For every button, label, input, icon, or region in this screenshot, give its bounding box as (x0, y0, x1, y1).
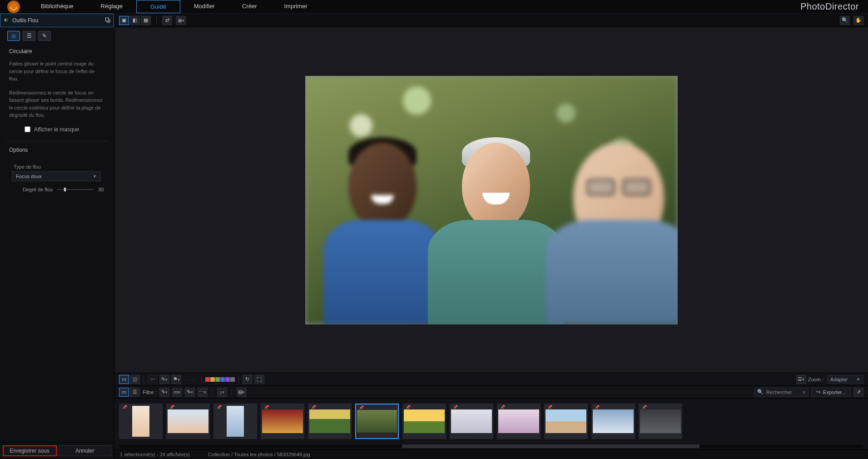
h-scrollbar[interactable] (119, 444, 863, 448)
degree-slider[interactable] (57, 189, 94, 190)
divider (5, 141, 109, 141)
pin-icon: 📌 (595, 405, 600, 409)
pin-icon: 📌 (122, 405, 127, 409)
linear-blur-icon[interactable]: ☰ (23, 31, 35, 41)
view-single-icon[interactable]: ▣ (119, 16, 129, 25)
panel-title: Outils Flou (12, 17, 102, 24)
section-heading: Circulaire (0, 45, 114, 58)
thumbnail[interactable]: 📌 (497, 404, 541, 439)
description-text-2: Redimensionnez le cercle de focus en fai… (0, 87, 114, 124)
single-view-icon[interactable]: ▭ (119, 375, 129, 384)
rotate-icon[interactable]: ↻ (243, 375, 253, 384)
blur-type-select[interactable]: Focus doux ▼ (12, 171, 101, 181)
thumb-image (227, 406, 244, 437)
circular-blur-icon[interactable]: ◎ (7, 31, 20, 41)
thumbnail[interactable]: 📌 (639, 404, 682, 439)
blur-type-value: Focus doux (16, 174, 42, 179)
flag-icon[interactable]: ⚑▾ (171, 375, 181, 384)
color-label[interactable] (210, 377, 215, 382)
thumbnail[interactable]: 📌 (450, 404, 493, 439)
search-placeholder: Rechercher (766, 389, 792, 395)
tab-réglage[interactable]: Réglage (87, 0, 136, 13)
crop-icon[interactable]: ⛶ (254, 375, 264, 384)
rating-dots[interactable]: ····· (183, 376, 198, 383)
close-icon[interactable]: × (802, 389, 805, 395)
list-icon[interactable]: ☰▾ (796, 375, 806, 384)
degree-value: 30 (98, 187, 104, 192)
hand-tool-icon[interactable]: ✋ (853, 16, 863, 25)
options-heading: Options (0, 143, 114, 157)
list-view-icon[interactable]: ☰ (130, 388, 140, 397)
pin-icon: 📌 (547, 405, 552, 409)
eyedropper-icon[interactable]: ✎▾ (159, 375, 169, 384)
color-label[interactable] (215, 377, 220, 382)
tab-créer[interactable]: Créer (228, 0, 271, 13)
export-icon: ↪ (816, 389, 820, 395)
filter-more-icon[interactable]: ⋯▾ (198, 388, 208, 397)
canvas[interactable] (114, 27, 868, 373)
color-label[interactable] (230, 377, 235, 382)
zoom-label: Zoom : (808, 377, 823, 382)
thumb-image (262, 409, 303, 433)
zoom-select[interactable]: Adapter▼ (827, 375, 863, 384)
tab-imprimer[interactable]: Imprimer (270, 0, 321, 13)
sort-icon[interactable]: ↕▾ (217, 388, 227, 397)
thumbnail[interactable]: 📌 (261, 404, 304, 439)
blur-type-label: Type de flou (14, 164, 105, 170)
thumb-image (168, 409, 208, 433)
cancel-button[interactable]: Annuler (59, 445, 112, 456)
thumbnail[interactable]: 📌 (166, 404, 210, 439)
share-icon[interactable]: ⇗ (853, 388, 863, 397)
app-title: PhotoDirector (800, 1, 859, 12)
thumb-view-icon[interactable]: ▭ (119, 388, 129, 397)
back-icon[interactable] (3, 17, 10, 25)
search-input[interactable]: 🔍 Rechercher × (754, 388, 808, 397)
pin-icon: 📌 (359, 405, 364, 410)
tab-guidé[interactable]: Guidé (136, 0, 180, 13)
thumbnail[interactable]: 📌 (402, 404, 446, 439)
status-path: Collection / Toutes les photos / 5833296… (208, 452, 310, 457)
split-view-icon[interactable]: ◫ (130, 375, 140, 384)
search-icon: 🔍 (757, 389, 764, 395)
brush-blur-icon[interactable]: ✎ (38, 31, 51, 41)
popout-icon[interactable] (104, 17, 111, 25)
thumbnail[interactable]: 📌 (591, 404, 635, 439)
tab-modifier[interactable]: Modifier (180, 0, 228, 13)
color-labels[interactable] (205, 377, 235, 382)
thumbnail[interactable]: 📌 (213, 404, 257, 439)
pin-icon: 📌 (169, 405, 174, 409)
zoom-value: Adapter (830, 377, 848, 382)
color-label[interactable] (220, 377, 225, 382)
thumbnail[interactable]: 📌 (544, 404, 588, 439)
color-label[interactable] (225, 377, 230, 382)
pin-icon: 📌 (311, 405, 316, 409)
show-mask-checkbox[interactable]: Afficher le masque (0, 124, 114, 139)
monitor-icon[interactable]: 🖥▾ (176, 16, 186, 25)
filter-pen-icon[interactable]: ✎▾ (185, 388, 195, 397)
tab-bibliothèque[interactable]: Bibliothèque (27, 0, 87, 13)
color-label[interactable] (205, 377, 210, 382)
status-selection: 1 sélectionné(s) - 24 affichée(s) (120, 452, 190, 457)
app-logo-icon (7, 0, 20, 13)
show-mask-input[interactable] (25, 126, 30, 132)
thumb-image (593, 409, 634, 433)
stack-icon[interactable]: ▤▾ (237, 388, 247, 397)
thumb-image (640, 409, 681, 433)
thumbnail[interactable]: 📌 (355, 404, 399, 439)
view-compare-icon[interactable]: ◧ (130, 16, 140, 25)
pin-icon: 📌 (500, 405, 505, 409)
filter-tag-icon[interactable]: ✎▾ (159, 388, 169, 397)
main-photo (305, 76, 678, 324)
thumb-image (132, 406, 149, 437)
thumbnail[interactable]: 📌 (119, 404, 163, 439)
show-mask-label: Afficher le masque (34, 126, 79, 133)
zoom-tool-icon[interactable]: 🔍 (840, 16, 850, 25)
view-grid-icon[interactable]: ▦ (141, 16, 151, 25)
save-as-button[interactable]: Enregistrer sous (3, 445, 57, 456)
filter-rect-icon[interactable]: ▭▾ (172, 388, 182, 397)
export-button[interactable]: ↪ Exporter... (811, 388, 851, 397)
thumb-image (498, 409, 539, 433)
swap-icon[interactable]: ⇄ (162, 16, 172, 25)
thumbnail[interactable]: 📌 (308, 404, 352, 439)
undo-icon[interactable]: ↩ (148, 375, 158, 384)
